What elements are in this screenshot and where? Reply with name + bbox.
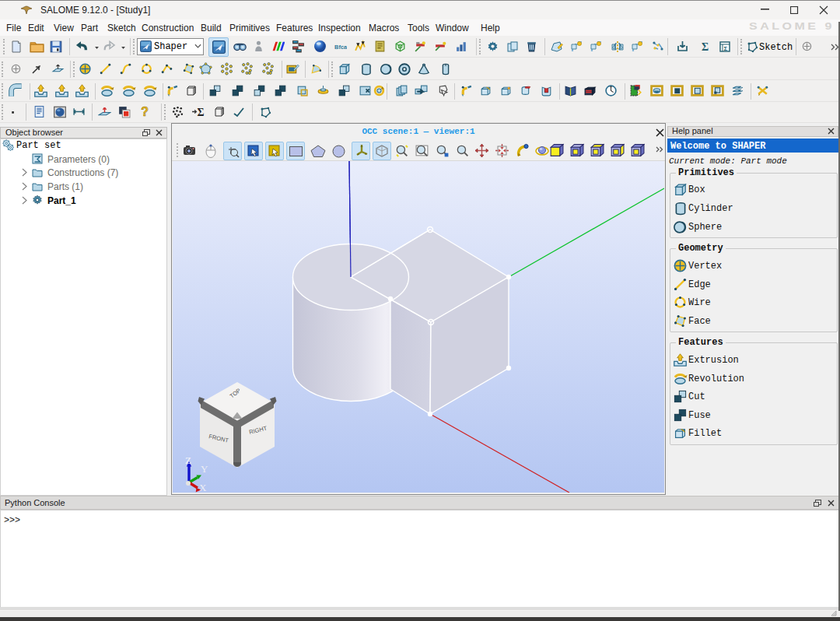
svg-text:Σ: Σ: [197, 107, 204, 118]
svg-text:Σ: Σ: [724, 45, 728, 52]
svg-text:Bfca: Bfca: [334, 44, 347, 51]
svg-text:X: X: [199, 482, 207, 493]
svg-text:Y: Y: [201, 463, 208, 475]
svg-text:?: ?: [141, 105, 149, 118]
svg-text:Σ: Σ: [702, 41, 709, 53]
svg-text:Z: Z: [185, 454, 191, 466]
